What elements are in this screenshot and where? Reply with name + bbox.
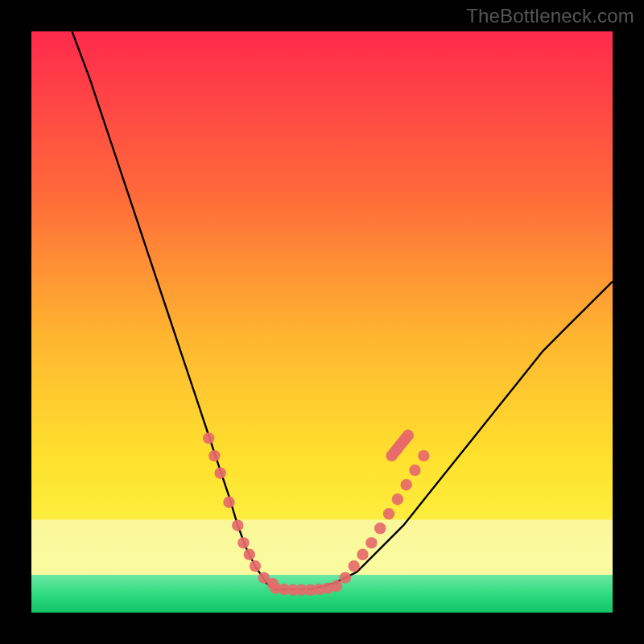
data-point	[331, 580, 342, 592]
chart-frame: TheBottleneck.com	[0, 0, 644, 644]
pale-band	[31, 519, 613, 575]
plot-area	[31, 31, 613, 613]
watermark-text: TheBottleneck.com	[466, 5, 634, 27]
data-point	[244, 549, 255, 560]
data-point	[383, 508, 394, 519]
data-point	[340, 572, 351, 584]
data-point	[357, 549, 368, 560]
data-point	[374, 522, 386, 534]
data-point	[208, 450, 220, 461]
data-point	[237, 537, 249, 548]
data-point	[409, 464, 420, 476]
data-point	[232, 520, 243, 531]
data-point	[402, 430, 414, 441]
bottleneck-chart	[31, 31, 613, 613]
data-point	[215, 468, 226, 479]
data-point	[392, 493, 403, 505]
data-point	[203, 432, 214, 444]
data-point	[418, 450, 429, 461]
data-point	[250, 560, 261, 572]
data-point	[365, 537, 377, 548]
data-point	[349, 560, 360, 572]
data-point	[223, 497, 234, 508]
data-point	[401, 479, 412, 490]
